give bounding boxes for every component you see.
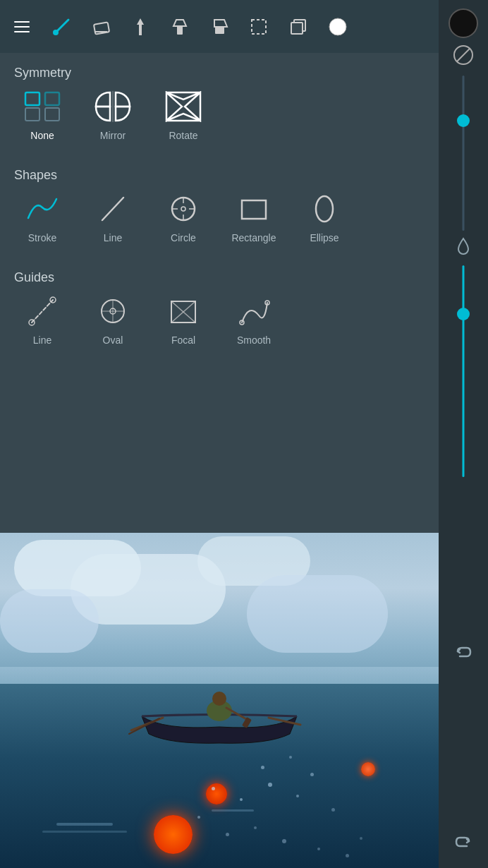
svg-rect-9 <box>252 20 266 34</box>
svg-rect-2 <box>94 22 109 34</box>
no-color-icon[interactable] <box>453 45 473 65</box>
circle-icon <box>162 191 205 227</box>
guides-title: Guides <box>0 258 439 294</box>
shape-stroke[interactable]: Stroke <box>7 191 78 243</box>
rectangle-icon <box>233 191 275 227</box>
symmetry-mirror[interactable]: Mirror <box>78 89 148 141</box>
symmetry-none[interactable]: None <box>7 89 78 141</box>
guides-section: Guides Line <box>0 258 439 360</box>
stroke-icon <box>21 191 63 227</box>
svg-point-20 <box>181 207 185 211</box>
guide-smooth-icon <box>233 294 275 329</box>
svg-marker-4 <box>137 18 144 35</box>
line-label: Line <box>104 232 122 243</box>
stamp-button[interactable] <box>166 13 193 40</box>
shape-ellipse[interactable]: Ellipse <box>289 191 360 243</box>
svg-line-27 <box>32 300 53 323</box>
menu-button[interactable] <box>8 13 35 40</box>
svg-point-43 <box>212 692 226 706</box>
guide-oval-label: Oval <box>103 334 123 346</box>
ellipse-icon <box>303 191 346 227</box>
guide-focal-label: Focal <box>171 334 195 346</box>
main-panel: Symmetry None <box>0 0 439 533</box>
guide-smooth-label: Smooth <box>237 334 271 346</box>
rectangle-label: Rectangle <box>231 232 276 243</box>
guide-oval[interactable]: Oval <box>78 294 148 346</box>
symmetry-options: None Mirror <box>0 89 439 155</box>
svg-rect-14 <box>45 92 59 105</box>
ellipse-label: Ellipse <box>310 232 338 243</box>
circle-label: Circle <box>171 232 196 243</box>
svg-line-0 <box>57 20 68 31</box>
none-label: None <box>30 130 54 141</box>
mirror-icon <box>92 89 134 124</box>
shapes-section: Shapes Stroke Line <box>0 155 439 258</box>
rotate-label: Rotate <box>169 130 197 141</box>
svg-rect-6 <box>177 26 183 35</box>
redo-button[interactable] <box>451 832 476 857</box>
opacity-icon <box>455 238 472 255</box>
shape-line[interactable]: Line <box>78 191 148 243</box>
eraser-button[interactable] <box>87 13 114 40</box>
brush-button[interactable] <box>48 13 75 40</box>
svg-line-18 <box>102 198 123 220</box>
undo-button[interactable] <box>451 642 476 668</box>
guides-options: Line Oval <box>0 294 439 360</box>
artwork-canvas[interactable] <box>0 533 439 868</box>
layers-button[interactable] <box>285 13 312 40</box>
shape-rectangle[interactable]: Rectangle <box>219 191 289 243</box>
svg-rect-16 <box>45 108 59 121</box>
color-picker-button[interactable] <box>324 13 351 40</box>
right-sidebar <box>439 0 488 868</box>
guide-focal[interactable]: Focal <box>148 294 219 346</box>
svg-rect-25 <box>242 200 266 219</box>
guide-smooth[interactable]: Smooth <box>219 294 289 346</box>
canvas-area[interactable] <box>0 533 439 868</box>
slider2-thumb[interactable] <box>457 308 470 320</box>
slider1-thumb[interactable] <box>457 114 470 127</box>
shapes-title: Shapes <box>0 155 439 191</box>
toolbar <box>0 0 439 53</box>
symmetry-title: Symmetry <box>0 53 439 89</box>
none-icon <box>21 89 63 124</box>
rotate-icon <box>162 89 205 124</box>
mirror-label: Mirror <box>100 130 126 141</box>
guide-focal-icon <box>162 294 205 329</box>
color-swatch[interactable] <box>449 8 478 38</box>
guide-line-icon <box>21 294 63 329</box>
svg-rect-11 <box>291 23 303 34</box>
fill-button[interactable] <box>206 13 233 40</box>
guide-oval-icon <box>92 294 134 329</box>
guide-line-label: Line <box>33 334 51 346</box>
svg-marker-5 <box>173 20 186 26</box>
stroke-label: Stroke <box>28 232 56 243</box>
shapes-options: Stroke Line <box>0 191 439 258</box>
svg-point-12 <box>329 18 346 35</box>
svg-point-1 <box>53 30 59 35</box>
line-icon <box>92 191 134 227</box>
guide-line[interactable]: Line <box>7 294 78 346</box>
svg-rect-15 <box>25 108 39 121</box>
selection-button[interactable] <box>245 13 272 40</box>
shape-circle[interactable]: Circle <box>148 191 219 243</box>
transform-button[interactable] <box>127 13 154 40</box>
svg-rect-13 <box>25 92 39 105</box>
svg-point-26 <box>316 196 333 222</box>
symmetry-section: Symmetry None <box>0 53 439 155</box>
svg-rect-8 <box>215 27 224 34</box>
symmetry-rotate[interactable]: Rotate <box>148 89 219 141</box>
svg-marker-7 <box>214 20 227 27</box>
